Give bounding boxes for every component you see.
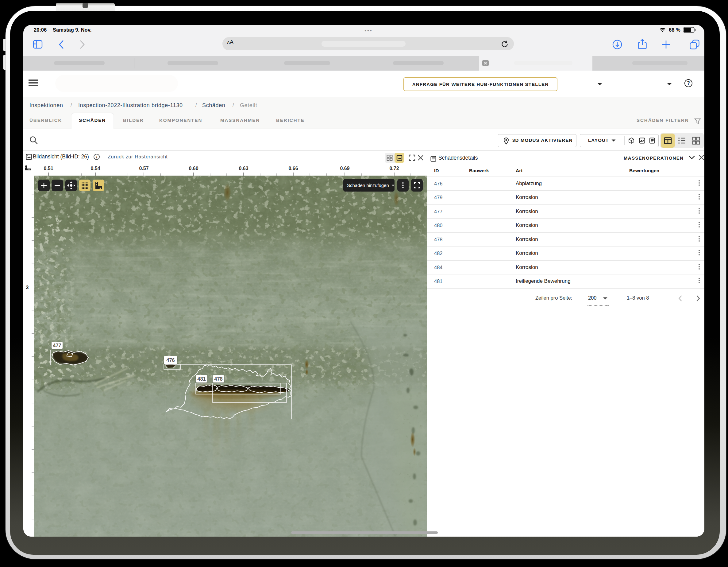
svg-text:0.66: 0.66 (288, 166, 298, 171)
svg-text:0.60: 0.60 (189, 166, 198, 171)
svg-text:0.54: 0.54 (91, 166, 100, 171)
svg-text:0.63: 0.63 (239, 166, 248, 171)
svg-text:0.69: 0.69 (340, 166, 349, 171)
svg-text:0.51: 0.51 (44, 166, 53, 171)
svg-text:3: 3 (26, 285, 29, 291)
svg-text:0.72: 0.72 (389, 166, 399, 171)
svg-text:0.57: 0.57 (139, 166, 148, 171)
